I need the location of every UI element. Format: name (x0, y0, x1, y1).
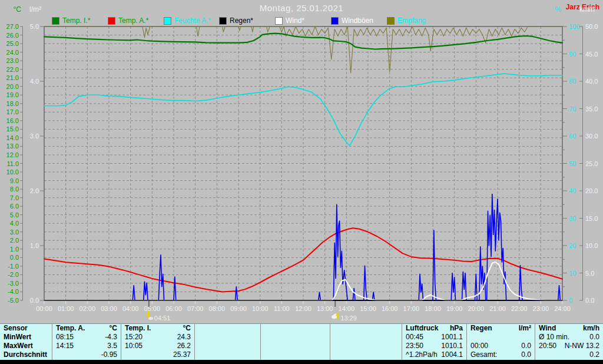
table-cell-time: 23:50 (406, 342, 423, 350)
axis-tick-label: 13.0 (6, 143, 19, 150)
axis-tick-label: 4.0 (10, 220, 19, 227)
table-row: Gesamt:0.0 (467, 350, 535, 359)
axis-tick-label: 90 (569, 51, 576, 58)
axis-tick-label: 5.0 (10, 211, 19, 219)
axis-tick-label: 02:00 (79, 305, 96, 312)
summary-table: SensorMinWertMaxWertDurchschnittTemp. A.… (0, 323, 603, 360)
table-cell-time: 00:45 (406, 333, 423, 342)
table-group-empty-4 (330, 324, 402, 360)
table-cell-value: 3.5 (107, 342, 117, 350)
axis-tick-label: 08:00 (209, 305, 226, 312)
table-row (261, 350, 330, 359)
axis-tick-label: 12:00 (295, 305, 312, 312)
axis-tick-label: -4.0 (8, 288, 19, 295)
axis-tick-label: 18.0 (6, 100, 19, 107)
table-cell-value: 1010.1 (441, 342, 463, 350)
moonset-icon (145, 311, 153, 322)
axis-tick-label: 25.0 (6, 40, 19, 47)
table-row: 10:0526.2 (121, 342, 194, 350)
axis-tick-label: 07:00 (187, 305, 204, 312)
table-group-regen: Regenl/m²00:000.0Gesamt:0.0 (466, 324, 535, 360)
axis-tick-label: 0.0 (585, 297, 594, 304)
axis-tick-label: 15.0 (585, 215, 598, 222)
table-group-empty-3 (260, 324, 330, 360)
table-cell-time: 10:05 (125, 342, 143, 350)
table-cell-time: 14:15 (56, 342, 74, 350)
table-group-header: LuftdruckhPa (402, 324, 466, 333)
table-row (467, 333, 535, 342)
axis-tick-label: 5.0 (585, 270, 594, 277)
table-cell-time: Ø 10 min. (539, 333, 569, 342)
table-cell-value: 0.0 (521, 342, 531, 350)
axis-tick-label: 14:00 (339, 305, 355, 312)
table-group-title: Temp. I. (125, 324, 151, 333)
axis-tick-label: 15:00 (360, 305, 376, 312)
axis-tick-label: 16:00 (382, 305, 398, 312)
table-row: 0.2 (535, 350, 603, 359)
table-cell-time: 20:50 (539, 342, 556, 350)
table-row-label: Durchschnitt (0, 350, 52, 359)
axis-tick-label: 16.0 (6, 117, 19, 124)
table-row (330, 333, 402, 342)
axis-tick-label: 45.0 (585, 51, 598, 58)
axis-tick-label: 19.0 (6, 91, 19, 98)
table-row: 15:2024.3 (121, 333, 194, 342)
axis-tick-label: 35.0 (585, 105, 598, 112)
axis-tick-label: 100 (569, 23, 579, 30)
table-row-label-text: Sensor (4, 324, 28, 333)
axis-tick-label: 0 (569, 297, 572, 304)
marker-time-label: 04:51 (154, 314, 171, 322)
axis-tick-label: 40.0 (585, 78, 598, 85)
axis-tick-label: 0.0 (30, 297, 39, 304)
table-row-label: Sensor (0, 324, 52, 333)
table-group-temp-a-: Temp. A.°C08:15-4.314:153.5-0.95 (52, 324, 121, 360)
table-cell-value: 25.37 (173, 350, 191, 359)
axis-tick-label: 6.0 (10, 203, 19, 210)
table-group-title: Temp. A. (56, 324, 85, 333)
axis-tick-label: 21:00 (489, 305, 506, 312)
axis-tick-label: 2.0 (30, 187, 39, 194)
table-group-header: Windkm/h (535, 324, 603, 333)
table-row: Ø 10 min.0.0 (535, 333, 603, 342)
table-rowlabel-column: SensorMinWertMaxWertDurchschnitt (0, 324, 52, 360)
axis-tick-label: 27.0 (6, 23, 19, 30)
axis-tick-label: 25.0 (585, 160, 598, 167)
axis-tick-label: 4.0 (30, 78, 39, 85)
axis-tick-label: 22:00 (511, 305, 528, 312)
axis-tick-label: 3.0 (30, 133, 39, 140)
axis-tick-label: 8.0 (10, 186, 19, 193)
table-cell-time: 08:15 (56, 333, 74, 342)
table-cell-value: 0.0 (521, 350, 531, 359)
table-row: 08:15-4.3 (52, 333, 121, 342)
axis-tick-label: 04:00 (122, 305, 139, 312)
table-row-label-text: MaxWert (4, 342, 33, 350)
axis-tick-label: 24:00 (554, 305, 571, 312)
axis-tick-label: 06:00 (165, 305, 182, 312)
table-cell-value: -0.95 (101, 350, 117, 359)
table-group-empty-2 (194, 324, 260, 360)
axis-tick-label: 17.0 (6, 108, 19, 115)
moonrise-icon (332, 311, 339, 322)
table-cell-value: 0.2 (589, 350, 599, 359)
axis-tick-label: 21.0 (6, 74, 19, 81)
table-group-unit: °C (183, 324, 191, 333)
axis-tick-label: 1.0 (30, 242, 39, 249)
axis-tick-label: 1.0 (10, 246, 19, 253)
table-cell-time: 15:20 (125, 333, 143, 342)
axis-tick-label: 20:00 (468, 305, 485, 312)
axis-tick-label: 01:00 (58, 305, 74, 312)
axis-tick-label: 10.0 (585, 242, 598, 249)
axis-tick-label: 23.0 (6, 57, 19, 64)
table-group-header (330, 324, 402, 333)
chart-plot-area: -5.0-4.0-3.0-2.0-1.00.01.02.03.04.05.06.… (0, 0, 603, 324)
table-group-unit: l/m² (519, 324, 531, 333)
table-row (261, 333, 330, 342)
table-group-header: Temp. A.°C (52, 324, 121, 333)
series-empfang-line (44, 27, 562, 73)
table-row: 25.37 (121, 350, 194, 359)
axis-tick-label: 70 (569, 105, 576, 112)
table-group-unit: km/h (583, 324, 599, 333)
axis-tick-label: 12.0 (6, 151, 19, 158)
axis-tick-label: 20 (569, 242, 576, 249)
table-cell-value: 0.0 (589, 333, 599, 342)
